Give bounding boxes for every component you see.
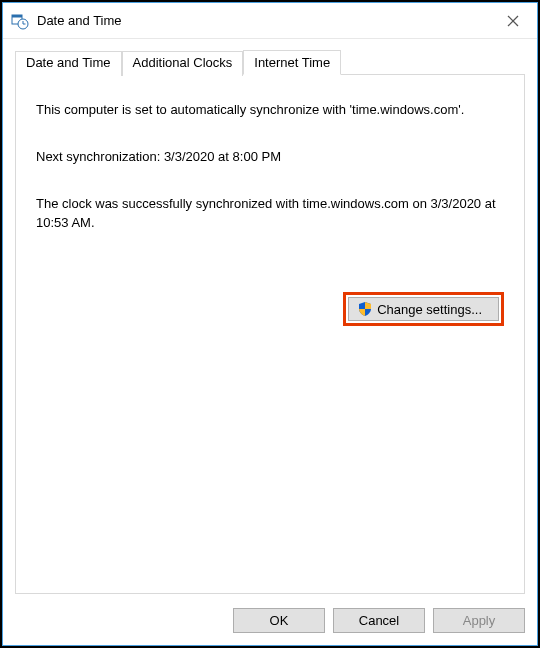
ok-button[interactable]: OK xyxy=(233,608,325,633)
dialog-window: Date and Time Date and Time Additional C… xyxy=(2,2,538,646)
titlebar: Date and Time xyxy=(3,3,537,39)
apply-button[interactable]: Apply xyxy=(433,608,525,633)
last-sync-text: The clock was successfully synchronized … xyxy=(36,195,504,233)
next-sync-text: Next synchronization: 3/3/2020 at 8:00 P… xyxy=(36,148,504,167)
cancel-button[interactable]: Cancel xyxy=(333,608,425,633)
tab-panel-internet-time: This computer is set to automatically sy… xyxy=(15,74,525,594)
change-settings-label: Change settings... xyxy=(377,302,482,317)
date-time-icon xyxy=(11,12,29,30)
window-title: Date and Time xyxy=(37,13,489,28)
dialog-button-row: OK Cancel Apply xyxy=(15,594,525,633)
tab-date-and-time[interactable]: Date and Time xyxy=(15,51,122,76)
svg-rect-1 xyxy=(12,15,22,18)
sync-info-text: This computer is set to automatically sy… xyxy=(36,101,504,120)
tab-strip: Date and Time Additional Clocks Internet… xyxy=(15,49,525,74)
tab-additional-clocks[interactable]: Additional Clocks xyxy=(122,51,244,76)
close-button[interactable] xyxy=(489,3,537,39)
change-settings-button[interactable]: Change settings... xyxy=(348,297,499,321)
highlight-annotation: Change settings... xyxy=(343,292,504,326)
tab-internet-time[interactable]: Internet Time xyxy=(243,50,341,75)
dialog-body: Date and Time Additional Clocks Internet… xyxy=(3,39,537,645)
shield-icon xyxy=(357,301,373,317)
